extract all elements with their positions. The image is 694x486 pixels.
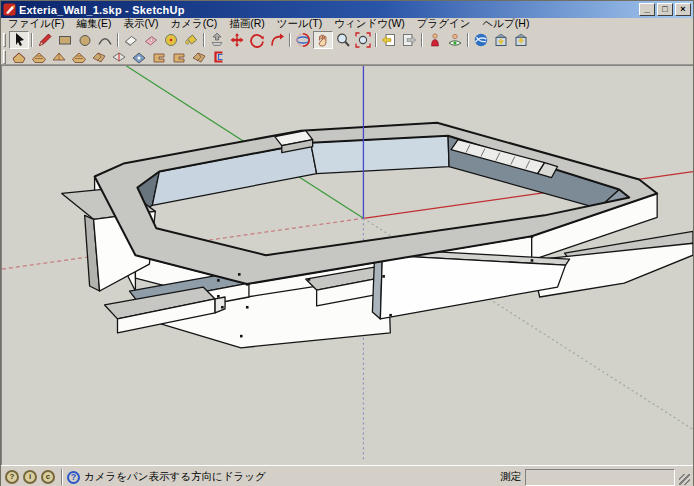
- plugin-tool-6-button[interactable]: [109, 49, 129, 64]
- roof3-icon: [51, 49, 67, 65]
- orbit-tool-button[interactable]: [293, 31, 313, 49]
- pan-tool-button[interactable]: [313, 31, 333, 49]
- plugin-tool-2-button[interactable]: [29, 49, 49, 64]
- google-earth-button[interactable]: [471, 31, 491, 49]
- arc-tool-icon: [97, 32, 113, 48]
- roof4-icon: [191, 49, 207, 65]
- menu-item-edit[interactable]: 編集(E): [70, 17, 117, 31]
- sketchup-window: Exteria_Wall_1.skp - SketchUp _ □ × ファイル…: [0, 0, 694, 486]
- zoom-extents-tool-button[interactable]: [353, 31, 373, 49]
- menu-item-help[interactable]: ヘルプ(H): [477, 17, 536, 31]
- look-around-tool-button[interactable]: [445, 31, 465, 49]
- measurement-input[interactable]: [525, 469, 675, 486]
- roof7-icon: [151, 49, 167, 65]
- plugin-tool-1-button[interactable]: [9, 49, 29, 64]
- plugin-tool-4-button[interactable]: [69, 49, 89, 64]
- get-models-button[interactable]: [491, 31, 511, 49]
- roof5-icon: [111, 49, 127, 65]
- look-around-tool-icon: [447, 32, 463, 48]
- eraser-tool-button[interactable]: [121, 31, 141, 49]
- plugin-tool-10-button[interactable]: [189, 49, 209, 64]
- eraser-tool-icon: [123, 32, 139, 48]
- model-canvas[interactable]: [2, 66, 693, 465]
- share-models-icon: [513, 32, 529, 48]
- status-icon-3[interactable]: c: [41, 470, 55, 484]
- tape-measure-tool-button[interactable]: [141, 31, 161, 49]
- paint-bucket-tool-icon: [183, 32, 199, 48]
- zoom-tool-icon: [335, 32, 351, 48]
- position-camera-tool-icon: [427, 32, 443, 48]
- menu-item-camera[interactable]: カメラ(C): [164, 17, 223, 31]
- move-tool-icon: [229, 32, 245, 48]
- menu-item-window[interactable]: ウィンドウ(W): [328, 17, 411, 31]
- paint-bucket-tool-button[interactable]: [181, 31, 201, 49]
- toolbar-handle[interactable]: [3, 33, 6, 47]
- menu-item-file[interactable]: ファイル(F): [2, 17, 70, 31]
- line-tool-icon: [37, 32, 53, 48]
- menu-item-plugins[interactable]: プラグイン: [411, 17, 477, 31]
- model-viewport[interactable]: [1, 65, 693, 465]
- google-earth-icon: [473, 32, 489, 48]
- sketchup-logo-icon: [3, 3, 16, 16]
- position-camera-tool-button[interactable]: [425, 31, 445, 49]
- minimize-button[interactable]: _: [639, 3, 655, 16]
- zoom-extents-tool-icon: [355, 32, 371, 48]
- plugin-tool-8-button[interactable]: [149, 49, 169, 64]
- pan-tool-icon: [315, 32, 331, 48]
- toolbar-separator: [31, 33, 33, 47]
- menu-item-tools[interactable]: ツール(T): [271, 17, 328, 31]
- follow-me-tool-button[interactable]: [267, 31, 287, 49]
- previous-view-button[interactable]: [379, 31, 399, 49]
- rectangle-tool-button[interactable]: [55, 31, 75, 49]
- status-icon-1[interactable]: ?: [5, 470, 19, 484]
- menu-bar: ファイル(F)編集(E)表示(V)カメラ(C)描画(R)ツール(T)ウィンドウ(…: [1, 18, 693, 30]
- rotate-tool-button[interactable]: [247, 31, 267, 49]
- select-tool-button[interactable]: [9, 31, 29, 49]
- share-models-button[interactable]: [511, 31, 531, 49]
- rotate-tool-icon: [249, 32, 265, 48]
- circle-tool-icon: [77, 32, 93, 48]
- menu-item-view[interactable]: 表示(V): [117, 17, 164, 31]
- status-bar: ?ic ? カメラをパン表示する方向にドラッグ 測定: [1, 465, 693, 486]
- next-view-button[interactable]: [399, 31, 419, 49]
- plugin-toolbar: [1, 49, 693, 65]
- resize-grip[interactable]: [677, 469, 691, 486]
- toolbar-separator: [117, 33, 119, 47]
- push-pull-tool-icon: [209, 32, 225, 48]
- maximize-button[interactable]: □: [657, 3, 673, 16]
- toolbar-separator: [421, 33, 423, 47]
- follow-me-tool-icon: [269, 32, 285, 48]
- push-pull-tool-button[interactable]: [207, 31, 227, 49]
- get-models-icon: [493, 32, 509, 48]
- toolbar-separator: [375, 33, 377, 47]
- next-view-icon: [401, 32, 417, 48]
- protractor-tool-icon: [163, 32, 179, 48]
- circle-tool-button[interactable]: [75, 31, 95, 49]
- orbit-tool-icon: [295, 32, 311, 48]
- toolbar-separator: [467, 33, 469, 47]
- zoom-tool-button[interactable]: [333, 31, 353, 49]
- plugin-tool-9-button[interactable]: [169, 49, 189, 64]
- status-icon-2[interactable]: i: [23, 470, 37, 484]
- measurement-label: 測定: [500, 470, 521, 484]
- title-bar: Exteria_Wall_1.skp - SketchUp _ □ ×: [1, 1, 693, 18]
- toolbar-handle[interactable]: [3, 50, 6, 64]
- menu-item-draw[interactable]: 描画(R): [223, 17, 271, 31]
- arc-tool-button[interactable]: [95, 31, 115, 49]
- rectangle-tool-icon: [57, 32, 73, 48]
- plugin-tool-5-button[interactable]: [89, 49, 109, 64]
- plugin-tool-3-button[interactable]: [49, 49, 69, 64]
- plugin-tool-11-button[interactable]: [209, 49, 229, 64]
- roof6-icon: [131, 49, 147, 65]
- status-separator: [61, 469, 63, 485]
- toolbar-separator: [289, 33, 291, 47]
- roof4-icon: [91, 49, 107, 65]
- window-title: Exteria_Wall_1.skp - SketchUp: [19, 4, 637, 16]
- line-tool-button[interactable]: [35, 31, 55, 49]
- protractor-tool-button[interactable]: [161, 31, 181, 49]
- move-tool-button[interactable]: [227, 31, 247, 49]
- plugin-tool-7-button[interactable]: [129, 49, 149, 64]
- close-button[interactable]: ×: [675, 3, 691, 16]
- help-icon[interactable]: ?: [67, 471, 80, 484]
- tape-measure-tool-icon: [143, 32, 159, 48]
